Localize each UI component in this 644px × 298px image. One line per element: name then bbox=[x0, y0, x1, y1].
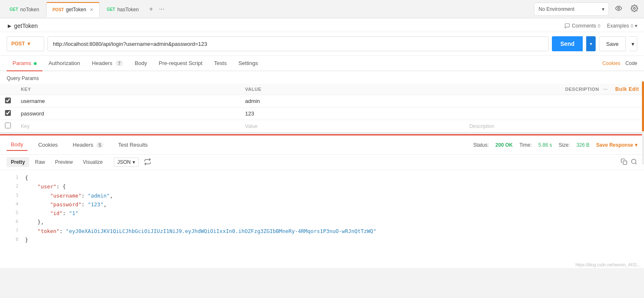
json-content-7: "token": "eyJ0eXAiOiJKV1QiLCJhbGciOiJIUz… bbox=[25, 227, 376, 235]
tab-notoken[interactable]: GET noToken bbox=[3, 2, 45, 17]
save-dropdown-button[interactable]: ▾ bbox=[629, 36, 637, 51]
response-tab-cookies[interactable]: Cookies bbox=[34, 139, 62, 150]
json-line-7: 7 "token": "eyJ0eXAiOiJKV1QiLCJhbGciOiJI… bbox=[0, 227, 644, 235]
params-dot bbox=[34, 62, 37, 65]
value-col-header: VALUE bbox=[240, 84, 464, 95]
code-link[interactable]: Code bbox=[625, 60, 637, 66]
tab-bar-right: No Environment ▾ bbox=[534, 3, 641, 16]
bulk-edit-link[interactable]: Bulk Edit bbox=[615, 86, 639, 92]
row2-checkbox[interactable] bbox=[5, 110, 11, 116]
response-tab-headers[interactable]: Headers 5 bbox=[69, 139, 108, 150]
tab-tests[interactable]: Tests bbox=[208, 56, 233, 70]
comments-count: 0 bbox=[598, 23, 600, 28]
row1-value-cell[interactable]: admin bbox=[240, 95, 464, 108]
tab-gettoken[interactable]: POST getToken ✕ bbox=[46, 2, 100, 17]
response-headers-label: Headers bbox=[73, 142, 93, 148]
row2-desc-cell[interactable] bbox=[464, 108, 644, 120]
params-tab-label: Params bbox=[13, 60, 31, 66]
new-row-value-cell[interactable]: Value bbox=[240, 120, 464, 133]
settings-tab-label: Settings bbox=[238, 60, 258, 66]
send-button[interactable]: Send bbox=[552, 36, 583, 51]
wrap-icon-button[interactable] bbox=[144, 158, 151, 167]
search-icon-button[interactable] bbox=[631, 158, 637, 166]
response-tab-body[interactable]: Body bbox=[7, 139, 28, 151]
search-icon bbox=[631, 158, 637, 165]
add-tab-button[interactable]: + bbox=[148, 4, 155, 15]
method-value: POST bbox=[11, 41, 25, 47]
url-input[interactable] bbox=[48, 36, 549, 51]
request-title: ► getToken bbox=[7, 23, 38, 29]
tab-actions: + ··· bbox=[148, 4, 166, 15]
row1-desc-cell[interactable] bbox=[464, 95, 644, 108]
status-label: Status: bbox=[473, 142, 489, 148]
row2-value-cell[interactable]: 123 bbox=[240, 108, 464, 120]
json-viewer: 1 { 2 "user": { 3 "username": "admin", 4… bbox=[0, 170, 644, 262]
tab-authorization[interactable]: Authorization bbox=[43, 56, 86, 70]
body-tab-label: Body bbox=[135, 60, 147, 66]
response-test-results-label: Test Results bbox=[118, 142, 148, 148]
response-body-label: Body bbox=[11, 141, 23, 148]
tab-settings[interactable]: Settings bbox=[233, 56, 264, 70]
json-content-5: "id": "1" bbox=[25, 209, 78, 218]
more-options-icon[interactable]: ··· bbox=[603, 87, 608, 92]
save-response-button[interactable]: Save Response ▾ bbox=[596, 142, 637, 148]
tab-hastoken[interactable]: GET hasToken bbox=[100, 2, 145, 17]
row1-val-value: admin bbox=[245, 98, 260, 104]
tab-headers[interactable]: Headers 7 bbox=[86, 56, 129, 70]
new-row-checkbox[interactable] bbox=[5, 123, 11, 128]
settings-icon-button[interactable] bbox=[628, 3, 641, 15]
response-tab-test-results[interactable]: Test Results bbox=[114, 139, 152, 150]
new-value-placeholder: Value bbox=[245, 123, 258, 129]
tab-body[interactable]: Body bbox=[129, 56, 153, 70]
new-desc-placeholder: Description bbox=[469, 123, 494, 129]
more-tabs-button[interactable]: ··· bbox=[157, 4, 166, 15]
new-row-desc-cell[interactable]: Description bbox=[464, 120, 644, 133]
json-line-2: 2 "user": { bbox=[0, 182, 644, 191]
env-chevron-icon: ▾ bbox=[602, 6, 604, 12]
status-value: 200 OK bbox=[496, 142, 513, 148]
new-row-key-cell[interactable]: Key bbox=[16, 120, 240, 133]
desc-header-label: DESCRIPTION bbox=[565, 87, 599, 92]
format-selector[interactable]: JSON ▾ bbox=[114, 158, 139, 167]
params-table: KEY VALUE DESCRIPTION ··· Bulk Edit u bbox=[0, 84, 644, 133]
environment-selector[interactable]: No Environment ▾ bbox=[534, 3, 609, 16]
row2-checkbox-cell bbox=[0, 108, 16, 120]
request-header: ► getToken Comments 0 Examples 0 ▾ bbox=[0, 18, 644, 32]
line-num-5: 5 bbox=[7, 209, 18, 218]
row2-key-cell[interactable]: password bbox=[16, 108, 240, 120]
row1-key-cell[interactable]: username bbox=[16, 95, 240, 108]
cookies-link[interactable]: Cookies bbox=[602, 60, 620, 66]
body-icons-group bbox=[621, 158, 637, 166]
body-tab-preview[interactable]: Preview bbox=[51, 157, 77, 167]
method-selector[interactable]: POST ▾ bbox=[7, 36, 44, 51]
row1-checkbox[interactable] bbox=[5, 98, 11, 103]
tab-prerequest[interactable]: Pre-request Script bbox=[153, 56, 208, 70]
save-button[interactable]: Save bbox=[599, 36, 626, 51]
examples-chevron-icon: ▾ bbox=[635, 23, 637, 29]
eye-icon-button[interactable] bbox=[612, 3, 625, 15]
query-params-section: Query Params KEY VALUE DESCRIPTION ··· B… bbox=[0, 71, 644, 133]
body-tab-pretty[interactable]: Pretty bbox=[7, 157, 29, 167]
headers-badge: 7 bbox=[115, 60, 123, 66]
method-label-hastoken: GET bbox=[107, 7, 115, 12]
scrollbar-indicator[interactable] bbox=[642, 81, 644, 165]
tab-close-gettoken[interactable]: ✕ bbox=[90, 7, 93, 13]
svg-line-4 bbox=[635, 163, 636, 164]
tab-params[interactable]: Params bbox=[7, 56, 43, 70]
svg-rect-2 bbox=[623, 161, 627, 165]
response-cookies-label: Cookies bbox=[38, 142, 58, 148]
copy-icon-button[interactable] bbox=[621, 158, 627, 166]
body-tab-visualize[interactable]: Visualize bbox=[79, 157, 107, 167]
request-tabs-nav: Params Authorization Headers 7 Body Pre-… bbox=[0, 56, 644, 71]
watermark: https://blog.csdn.net/weixin_4431... bbox=[0, 262, 644, 268]
format-value: JSON bbox=[118, 159, 131, 165]
tab-name-notoken: noToken bbox=[20, 7, 39, 13]
size-label: Size: bbox=[559, 142, 570, 148]
json-line-1: 1 { bbox=[0, 173, 644, 182]
send-dropdown-button[interactable]: ▾ bbox=[586, 36, 596, 51]
body-tab-raw[interactable]: Raw bbox=[31, 157, 49, 167]
tab-name-gettoken: getToken bbox=[66, 7, 86, 13]
copy-icon bbox=[621, 158, 627, 165]
new-key-placeholder: Key bbox=[21, 123, 30, 129]
time-label: Time: bbox=[519, 142, 532, 148]
